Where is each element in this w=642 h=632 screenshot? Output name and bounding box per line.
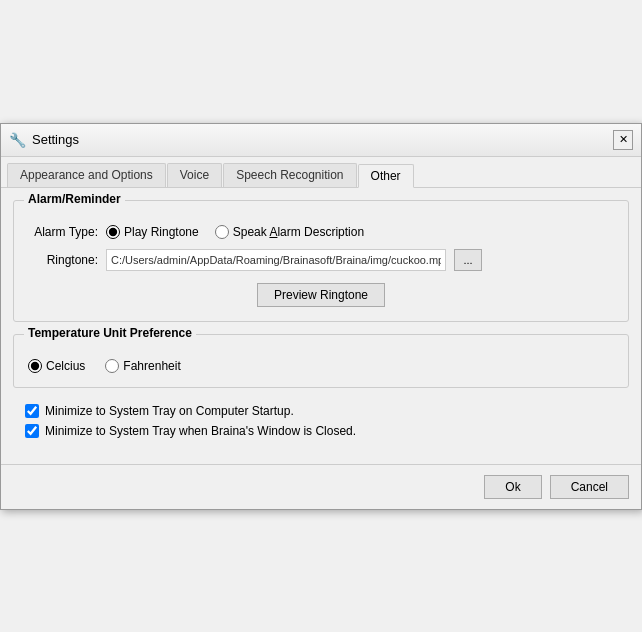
- celcius-option[interactable]: Celcius: [28, 359, 85, 373]
- ok-button[interactable]: Ok: [484, 475, 541, 499]
- minimize-closed-label: Minimize to System Tray when Braina's Wi…: [45, 424, 356, 438]
- minimize-startup-label: Minimize to System Tray on Computer Star…: [45, 404, 294, 418]
- tab-appearance[interactable]: Appearance and Options: [7, 163, 166, 187]
- tab-other[interactable]: Other: [358, 164, 414, 188]
- title-bar-left: 🔧 Settings: [9, 132, 79, 148]
- fahrenheit-label: Fahrenheit: [123, 359, 180, 373]
- speak-alarm-radio[interactable]: [215, 225, 229, 239]
- cancel-button[interactable]: Cancel: [550, 475, 629, 499]
- title-bar: 🔧 Settings ✕: [1, 124, 641, 157]
- alarm-group-title: Alarm/Reminder: [24, 192, 125, 206]
- window-icon: 🔧: [9, 132, 26, 148]
- celcius-radio[interactable]: [28, 359, 42, 373]
- alarm-type-row: Alarm Type: Play Ringtone Speak Alarm De…: [28, 225, 614, 239]
- tab-voice[interactable]: Voice: [167, 163, 222, 187]
- checkbox-row-2: Minimize to System Tray when Braina's Wi…: [25, 424, 617, 438]
- minimize-closed-checkbox[interactable]: [25, 424, 39, 438]
- speak-alarm-label: Speak Alarm Description: [233, 225, 364, 239]
- fahrenheit-option[interactable]: Fahrenheit: [105, 359, 180, 373]
- temp-group: Temperature Unit Preference Celcius Fahr…: [13, 334, 629, 388]
- window-title: Settings: [32, 132, 79, 147]
- browse-button[interactable]: ...: [454, 249, 482, 271]
- temp-unit-row: Celcius Fahrenheit: [28, 359, 614, 373]
- checkbox-row-1: Minimize to System Tray on Computer Star…: [25, 404, 617, 418]
- ringtone-input[interactable]: [106, 249, 446, 271]
- content-area: Alarm/Reminder Alarm Type: Play Ringtone…: [1, 188, 641, 460]
- speak-alarm-option[interactable]: Speak Alarm Description: [215, 225, 364, 239]
- preview-row: Preview Ringtone: [28, 283, 614, 307]
- checkbox-section: Minimize to System Tray on Computer Star…: [13, 400, 629, 448]
- ringtone-label: Ringtone:: [28, 253, 98, 267]
- play-ringtone-radio[interactable]: [106, 225, 120, 239]
- tab-bar: Appearance and Options Voice Speech Reco…: [1, 157, 641, 188]
- fahrenheit-radio[interactable]: [105, 359, 119, 373]
- celcius-label: Celcius: [46, 359, 85, 373]
- settings-window: 🔧 Settings ✕ Appearance and Options Voic…: [0, 123, 642, 510]
- preview-ringtone-button[interactable]: Preview Ringtone: [257, 283, 385, 307]
- temp-group-title: Temperature Unit Preference: [24, 326, 196, 340]
- minimize-startup-checkbox[interactable]: [25, 404, 39, 418]
- alarm-group: Alarm/Reminder Alarm Type: Play Ringtone…: [13, 200, 629, 322]
- tab-speech[interactable]: Speech Recognition: [223, 163, 356, 187]
- alarm-type-label: Alarm Type:: [28, 225, 98, 239]
- bottom-bar: Ok Cancel: [1, 464, 641, 509]
- play-ringtone-option[interactable]: Play Ringtone: [106, 225, 199, 239]
- alarm-type-radio-group: Play Ringtone Speak Alarm Description: [106, 225, 364, 239]
- ringtone-row: Ringtone: ...: [28, 249, 614, 271]
- play-ringtone-label: Play Ringtone: [124, 225, 199, 239]
- close-button[interactable]: ✕: [613, 130, 633, 150]
